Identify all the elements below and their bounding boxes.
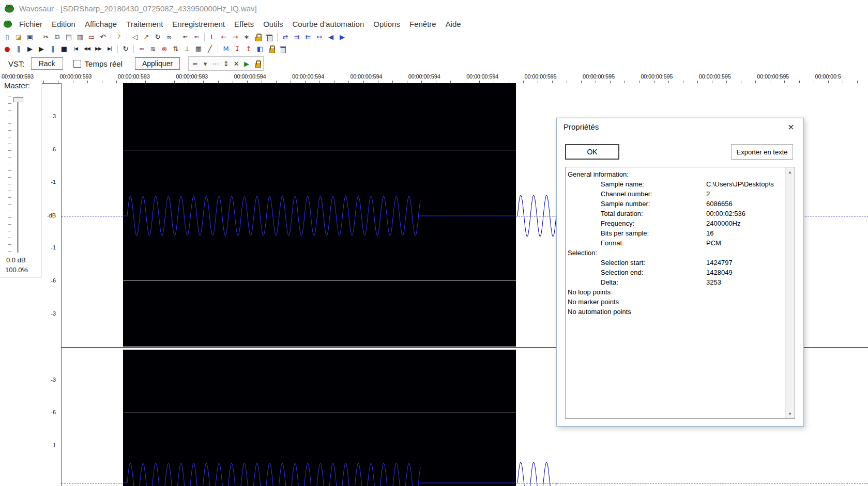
waveform-view-button[interactable]: ≈ [179,32,191,42]
delete-button[interactable] [264,32,275,42]
paste-button[interactable]: ▤ [63,32,74,42]
menu-item[interactable]: Courbe d'automation [287,20,369,28]
fit-vertical-button[interactable]: ⊥ [181,44,193,54]
undo-button[interactable]: ↶ [97,32,109,42]
external-editor-button[interactable]: ↗ [141,32,152,42]
title-bar: Wavosaur - [SDRSharp_20180430_072508Z_43… [0,0,868,17]
export-text-button[interactable]: Exporter en texte [731,144,793,160]
grid-button[interactable]: ▦ [193,44,204,54]
menu-item[interactable]: Aide [441,20,466,28]
trim-button[interactable]: ▭ [86,32,97,42]
menu-item[interactable]: Affichage [80,20,121,28]
pause-button[interactable]: ‖ [47,44,58,54]
menu-item[interactable]: Edition [47,20,80,28]
stop-button[interactable]: ■ [58,44,70,54]
save-file-button[interactable]: ▣ [24,32,36,42]
menu-item[interactable]: Effets [230,20,258,28]
zoom-in-horizontal-button[interactable]: ⇉ [291,32,302,42]
go-end-button[interactable]: ▶| [104,44,115,54]
delete-curve-button[interactable]: ✕ [231,59,241,68]
time-ruler[interactable]: 00:00:00:59300:00:00:59300:00:00:59300:0… [0,72,868,84]
rewind-button[interactable]: ◀◀ [81,44,93,54]
scroll-up-icon[interactable]: ▲ [786,168,794,176]
realtime-checkbox[interactable] [73,60,81,68]
master-label: Master: [4,81,30,90]
delete-section-button[interactable]: ⊗ [159,44,170,54]
dialog-scrollbar[interactable]: ▲ ▼ [785,167,795,418]
copy-button[interactable]: ⧉ [52,32,63,42]
ruler-tick-label: 00:00:00:594 [234,73,266,80]
toolbar-separator [218,45,218,53]
prop-row: General information: [566,169,785,179]
toolbar-separator [133,45,134,53]
move-down-button[interactable]: ↧ [232,44,243,54]
prop-row: Selection: [566,248,785,258]
loop-l-button[interactable]: L [207,32,218,42]
replay-button[interactable]: ↻ [152,32,163,42]
paste-special-button[interactable]: ▥ [74,32,86,42]
master-slider-handle[interactable] [13,97,23,102]
prev-view-button[interactable]: ◀ [325,32,337,42]
next-view-button[interactable]: ▶ [337,32,348,42]
scale-label: -6 [51,409,56,415]
open-file-button[interactable]: ◪ [13,32,24,42]
fast-forward-button[interactable]: ▶▶ [93,44,104,54]
vertical-zoom-button[interactable]: ↕ [221,59,231,68]
goto-selection-button[interactable]: ≈ [136,44,147,54]
marker-m-button[interactable]: M [220,44,232,54]
delete2-button[interactable] [277,44,288,54]
ruler-tick-label: 00:00:00:595 [583,73,615,80]
apply-button[interactable]: Appliquer [135,57,180,70]
ok-button[interactable]: OK [565,144,619,160]
ruler-tick-label: 00:00:00:593 [59,73,92,80]
menu-item[interactable]: Fichier [14,20,47,28]
toolbar-separator [38,33,38,41]
help-button[interactable]: ? [113,32,125,42]
automation-curve-button[interactable]: ≈ [190,59,200,68]
move-up-button[interactable]: ↥ [243,44,254,54]
statistics-button[interactable]: ≋ [147,44,159,54]
properties-content[interactable]: General information: Sample name:C:\User… [565,167,795,419]
menu-item[interactable]: Outils [258,20,287,28]
cut-button[interactable]: ✂ [40,32,52,42]
waveform-marker-button[interactable]: ≈ [191,32,202,42]
play-button[interactable]: ▶ [36,44,47,54]
pause-alt-button[interactable]: ‖ [13,44,24,54]
document-logo-icon[interactable] [3,19,12,28]
zoom-selection-button[interactable]: ⇄ [280,32,291,42]
go-start-button[interactable]: |◀ [70,44,81,54]
loop-end-button[interactable]: → [230,32,241,42]
points-mode-button[interactable]: ⋯ [210,59,221,68]
scale-label: -1 [51,442,56,448]
prop-row: Total duration:00:00:02:536 [566,209,785,218]
swap-channels-button[interactable]: ⇅ [170,44,181,54]
curve-dropdown-button[interactable]: ▾ [200,59,210,68]
pencil-button[interactable]: ╱ [204,44,216,54]
master-slider-track[interactable] [17,97,19,253]
vst-rack-button[interactable]: Rack [31,57,63,70]
lock-button[interactable] [252,32,264,42]
speaker-button[interactable]: ◁ [129,32,141,42]
record-button[interactable]: ● [2,44,13,54]
close-icon[interactable]: ✕ [785,122,797,132]
zoom-out-horizontal-button[interactable]: ⇇ [302,32,314,42]
new-file-button[interactable]: ▯ [2,32,13,42]
prop-row: No automation points [566,307,785,317]
loop-start-button[interactable]: ← [218,32,230,42]
loop-playback-button[interactable]: ↻ [120,44,131,54]
menu-item[interactable]: Enregistrement [167,20,230,28]
link-button[interactable]: ∞ [163,32,175,42]
preview-button[interactable]: ▶ [241,59,252,68]
zoom-all-button[interactable]: ↔ [314,32,325,42]
menu-item[interactable]: Options [369,20,405,28]
channels-button[interactable]: ◧ [254,44,266,54]
play-cursor-button[interactable]: ▶ [24,44,36,54]
menu-item[interactable]: Traitement [121,20,167,28]
master-gain-percent: 100.0% [5,266,28,274]
menu-item[interactable]: Fenêtre [405,20,441,28]
lock2-button[interactable] [266,44,277,54]
scroll-down-icon[interactable]: ▼ [786,410,794,418]
vst-bar: VST: Rack Temps réel Appliquer ≈▾⋯↕✕▶ [0,55,868,72]
snap-button[interactable]: ∗ [241,32,252,42]
lock3-button[interactable] [252,59,262,68]
